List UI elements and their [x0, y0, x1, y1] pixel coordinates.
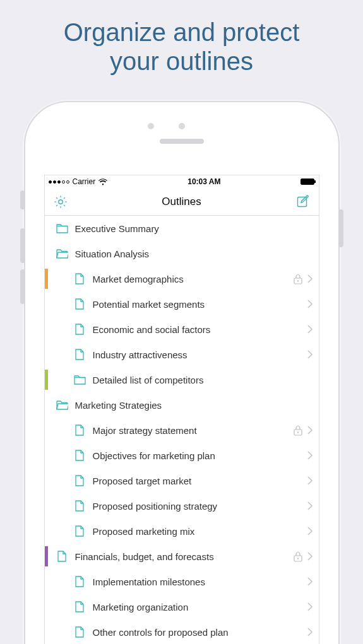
page-title: Outlines	[69, 196, 295, 208]
color-tag	[45, 269, 48, 289]
outline-file-row[interactable]: Financials, budget, and forecasts	[45, 544, 319, 569]
outline-file-row[interactable]: Other controls for proposed plan	[45, 619, 319, 644]
outline-file-row[interactable]: Proposed positioning strategy	[45, 493, 319, 518]
promo-headline: Organize and protect your outlines	[0, 0, 363, 76]
carrier-label: Carrier	[73, 177, 96, 186]
file-icon	[73, 625, 86, 639]
outline-folder-row[interactable]: Executive Summary	[45, 216, 319, 241]
row-label: Potential market segments	[93, 299, 305, 310]
file-icon	[73, 423, 86, 437]
svg-rect-1	[297, 197, 306, 206]
outline-folder-row[interactable]: Detailed list of competitors	[45, 367, 319, 392]
phone-sensor	[179, 123, 185, 129]
row-label: Financials, budget, and forecasts	[75, 551, 292, 562]
settings-button[interactable]	[52, 194, 69, 210]
file-icon	[73, 348, 86, 361]
row-label: Objectives for marketing plan	[93, 450, 305, 461]
file-icon	[73, 474, 86, 488]
phone-screen: Carrier 10:03 AM Outlines Executive Summ…	[44, 175, 319, 644]
outline-file-row[interactable]: Economic and social factors	[45, 317, 319, 342]
file-icon	[73, 575, 86, 588]
outline-folder-row[interactable]: Situation Analysis	[45, 241, 319, 266]
outline-file-row[interactable]: Proposed marketing mix	[45, 518, 319, 544]
phone-speaker	[160, 139, 204, 144]
file-icon	[73, 297, 86, 311]
lock-icon	[292, 424, 304, 436]
battery-icon	[301, 179, 314, 185]
file-icon	[73, 448, 86, 462]
nav-bar: Outlines	[45, 188, 319, 216]
outline-folder-row[interactable]: Marketing Strategies	[45, 392, 319, 418]
outline-file-row[interactable]: Objectives for marketing plan	[45, 443, 319, 468]
file-icon	[73, 272, 86, 286]
chevron-right-icon	[305, 299, 314, 309]
row-label: Industry attractiveness	[93, 349, 305, 360]
phone-camera	[148, 123, 154, 129]
folder-closed-icon	[55, 221, 69, 235]
outline-file-row[interactable]: Major strategy statement	[45, 418, 319, 443]
chevron-right-icon	[305, 602, 314, 612]
chevron-right-icon	[305, 324, 314, 334]
phone-mute-switch	[20, 190, 25, 209]
lock-icon	[292, 273, 304, 284]
row-label: Major strategy statement	[93, 425, 292, 436]
row-label: Proposed marketing mix	[93, 526, 305, 537]
wifi-icon	[98, 179, 107, 185]
file-icon	[73, 322, 86, 336]
compose-button[interactable]	[295, 194, 311, 210]
row-label: Market demographics	[93, 274, 292, 284]
chevron-right-icon	[305, 526, 314, 536]
row-label: Proposed target market	[93, 476, 305, 486]
chevron-right-icon	[305, 476, 314, 486]
chevron-right-icon	[305, 627, 314, 637]
chevron-right-icon	[305, 501, 314, 511]
file-icon	[55, 549, 69, 563]
phone-frame: Carrier 10:03 AM Outlines Executive Summ…	[24, 101, 340, 644]
phone-volume-down	[20, 269, 25, 304]
row-label: Other controls for proposed plan	[93, 627, 305, 638]
file-icon	[73, 600, 86, 614]
row-label: Detailed list of competitors	[93, 375, 314, 385]
chevron-right-icon	[305, 274, 314, 284]
chevron-right-icon	[305, 450, 314, 460]
svg-point-0	[58, 199, 62, 203]
chevron-right-icon	[305, 425, 314, 435]
folder-closed-icon	[73, 373, 86, 387]
gear-icon	[53, 194, 68, 209]
chevron-right-icon	[305, 349, 314, 360]
status-time: 10:03 AM	[187, 177, 220, 186]
file-icon	[73, 524, 86, 538]
row-label: Situation Analysis	[75, 249, 314, 259]
chevron-right-icon	[305, 551, 314, 561]
row-label: Executive Summary	[75, 223, 314, 234]
outline-file-row[interactable]: Market demographics	[45, 266, 319, 291]
outline-file-row[interactable]: Implementation milestones	[45, 569, 319, 594]
phone-volume-up	[20, 228, 25, 263]
outline-list[interactable]: Executive SummarySituation AnalysisMarke…	[45, 216, 319, 644]
status-bar: Carrier 10:03 AM	[45, 175, 319, 188]
color-tag	[45, 546, 48, 566]
file-icon	[73, 499, 86, 513]
color-tag	[45, 370, 48, 390]
phone-power-button	[338, 209, 343, 247]
lock-icon	[292, 551, 304, 562]
outline-file-row[interactable]: Proposed target market	[45, 468, 319, 493]
outline-file-row[interactable]: Marketing organization	[45, 594, 319, 619]
compose-icon	[295, 194, 311, 209]
outline-file-row[interactable]: Industry attractiveness	[45, 342, 319, 367]
folder-open-icon	[55, 398, 69, 412]
row-label: Implementation milestones	[93, 577, 305, 587]
row-label: Proposed positioning strategy	[93, 501, 305, 512]
row-label: Marketing organization	[93, 602, 305, 612]
folder-open-icon	[55, 247, 69, 261]
row-label: Marketing Strategies	[75, 400, 314, 411]
chevron-right-icon	[305, 577, 314, 587]
outline-file-row[interactable]: Potential market segments	[45, 291, 319, 317]
row-label: Economic and social factors	[93, 324, 305, 335]
signal-strength-icon	[49, 180, 69, 184]
